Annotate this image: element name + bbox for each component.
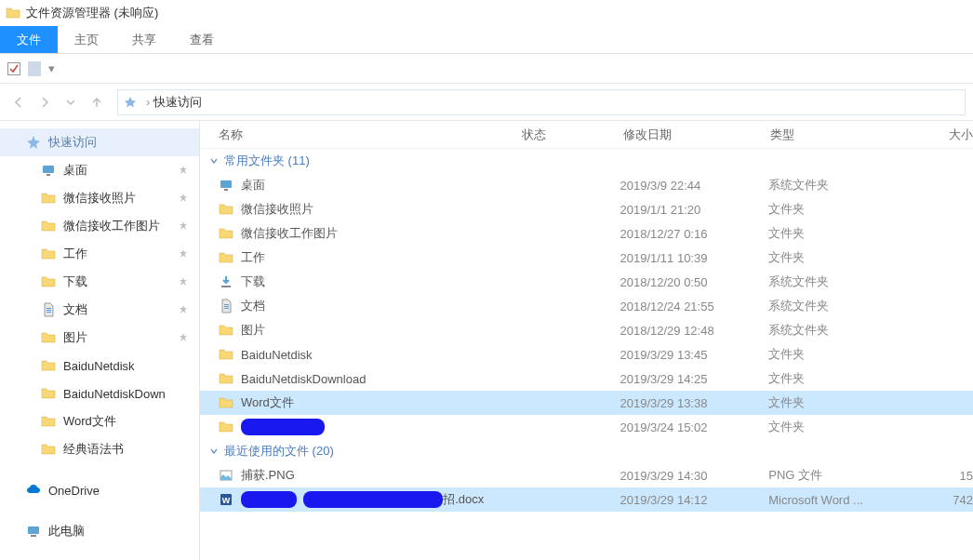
- file-row[interactable]: 文档2018/12/24 21:55系统文件夹: [200, 294, 973, 318]
- col-date[interactable]: 修改日期: [623, 127, 770, 143]
- folder-icon: [219, 250, 233, 265]
- folder-icon: [41, 330, 56, 345]
- back-button[interactable]: [7, 91, 30, 113]
- star-icon: [26, 135, 41, 150]
- tab-view[interactable]: 查看: [173, 26, 231, 53]
- onedrive-icon: [26, 483, 41, 498]
- pin-icon: [179, 331, 188, 345]
- sidebar-item-9[interactable]: Word文件: [0, 407, 199, 435]
- col-size[interactable]: 大小: [918, 127, 973, 143]
- quick-access-toolbar: ▾: [0, 54, 973, 84]
- col-status[interactable]: 状态: [522, 127, 623, 143]
- column-headers[interactable]: 名称 状态 修改日期 类型 大小: [200, 121, 973, 149]
- file-row[interactable]: 桌面2019/3/9 22:44系统文件夹: [200, 173, 973, 197]
- sidebar-item-1[interactable]: 微信接收照片: [0, 184, 199, 212]
- sidebar-item-10[interactable]: 经典语法书: [0, 435, 199, 463]
- ribbon-tabs: 文件 主页 共享 查看: [0, 26, 973, 54]
- svg-text:W: W: [222, 496, 231, 505]
- col-type[interactable]: 类型: [770, 127, 917, 143]
- folder-icon: [219, 371, 233, 386]
- forward-button[interactable]: [33, 91, 56, 113]
- svg-rect-6: [221, 286, 231, 287]
- file-row[interactable]: BaiduNetdisk2019/3/29 13:45文件夹: [200, 342, 973, 367]
- file-row[interactable]: 2019/3/24 15:02文件夹: [200, 415, 973, 439]
- pin-icon: [179, 164, 188, 178]
- folder-icon: [41, 386, 56, 401]
- file-row[interactable]: 工作2019/1/11 10:39文件夹: [200, 246, 973, 270]
- select-all-checkbox[interactable]: [7, 62, 20, 75]
- folder-icon: [41, 219, 56, 233]
- word-icon: W: [219, 492, 233, 507]
- folder-app-icon: [6, 6, 20, 20]
- desktop-icon: [219, 178, 233, 193]
- address-bar[interactable]: › 快速访问: [117, 89, 966, 115]
- sidebar-item-0[interactable]: 桌面: [0, 156, 199, 184]
- svg-rect-1: [47, 174, 50, 176]
- sidebar-quickaccess-header[interactable]: 快速访问: [0, 128, 199, 156]
- group-header-1[interactable]: 最近使用的文件 (20): [200, 439, 973, 463]
- sidebar-item-8[interactable]: BaiduNetdiskDown: [0, 380, 199, 407]
- folder-icon: [219, 323, 233, 338]
- navigation-pane: 快速访问 桌面微信接收照片微信接收工作图片工作下载文档图片BaiduNetdis…: [0, 121, 200, 560]
- redacted-text: [303, 491, 443, 508]
- history-dropdown[interactable]: [60, 91, 82, 113]
- image-icon: [219, 468, 233, 483]
- pin-icon: [179, 247, 188, 261]
- group-header-0[interactable]: 常用文件夹 (11): [200, 149, 973, 173]
- folder-icon: [219, 420, 233, 434]
- file-row[interactable]: BaiduNetdiskDownload2019/3/29 14:25文件夹: [200, 367, 973, 391]
- sidebar-onedrive[interactable]: OneDrive: [0, 476, 199, 504]
- breadcrumb-location[interactable]: 快速访问: [153, 94, 202, 111]
- toolbar-dropdown-icon[interactable]: ▾: [48, 61, 55, 75]
- file-row[interactable]: 捕获.PNG2019/3/29 14:30PNG 文件15: [200, 463, 973, 487]
- sidebar-item-4[interactable]: 下载: [0, 268, 199, 296]
- folder-icon: [219, 226, 233, 241]
- file-row[interactable]: 微信接收照片2019/1/1 21:20文件夹: [200, 197, 973, 221]
- folder-icon: [41, 442, 56, 457]
- col-name[interactable]: 名称: [219, 127, 522, 143]
- file-row[interactable]: 微信接收工作图片2018/12/27 0:16文件夹: [200, 221, 973, 246]
- desktop-icon: [41, 163, 56, 178]
- file-row[interactable]: W 招.docx2019/3/29 14:12Microsoft Word ..…: [200, 487, 973, 512]
- sidebar-item-7[interactable]: BaiduNetdisk: [0, 352, 199, 380]
- tab-file[interactable]: 文件: [0, 26, 58, 53]
- pin-icon: [179, 220, 188, 233]
- folder-icon: [41, 358, 56, 373]
- pc-icon: [26, 524, 41, 539]
- folder-icon: [41, 191, 56, 206]
- folder-icon: [41, 414, 56, 429]
- svg-rect-2: [28, 527, 39, 534]
- up-button[interactable]: [86, 91, 108, 113]
- redacted-text: [241, 419, 325, 435]
- file-row[interactable]: Word文件2019/3/29 13:38文件夹: [200, 391, 973, 415]
- pin-icon: [179, 275, 188, 289]
- breadcrumb-sep: ›: [146, 95, 150, 109]
- tab-share[interactable]: 共享: [115, 26, 173, 53]
- sidebar-item-2[interactable]: 微信接收工作图片: [0, 212, 199, 240]
- svg-rect-0: [43, 166, 54, 173]
- svg-rect-4: [220, 180, 232, 188]
- pin-icon: [179, 303, 188, 317]
- properties-icon[interactable]: [28, 61, 41, 76]
- chevron-down-icon: [209, 447, 219, 456]
- file-list-pane: 名称 状态 修改日期 类型 大小 常用文件夹 (11)桌面2019/3/9 22…: [200, 121, 973, 560]
- sidebar-item-3[interactable]: 工作: [0, 240, 199, 268]
- content-area: 快速访问 桌面微信接收照片微信接收工作图片工作下载文档图片BaiduNetdis…: [0, 121, 973, 560]
- window-title: 文件资源管理器 (未响应): [26, 5, 158, 21]
- tab-home[interactable]: 主页: [58, 26, 115, 53]
- downloads-icon: [219, 274, 233, 289]
- quickaccess-star-icon: [124, 96, 137, 109]
- file-row[interactable]: 下载2018/12/20 0:50系统文件夹: [200, 270, 973, 294]
- sidebar-thispc[interactable]: 此电脑: [0, 517, 199, 545]
- titlebar: 文件资源管理器 (未响应): [0, 0, 973, 26]
- folder-icon: [41, 274, 56, 289]
- chevron-down-icon: [209, 156, 219, 166]
- document-icon: [219, 299, 233, 313]
- redacted-text: [241, 491, 297, 508]
- sidebar-item-5[interactable]: 文档: [0, 296, 199, 324]
- pin-icon: [179, 192, 188, 206]
- navigation-bar: › 快速访问: [0, 84, 973, 121]
- folder-icon: [219, 202, 233, 217]
- file-row[interactable]: 图片2018/12/29 12:48系统文件夹: [200, 318, 973, 342]
- sidebar-item-6[interactable]: 图片: [0, 324, 199, 352]
